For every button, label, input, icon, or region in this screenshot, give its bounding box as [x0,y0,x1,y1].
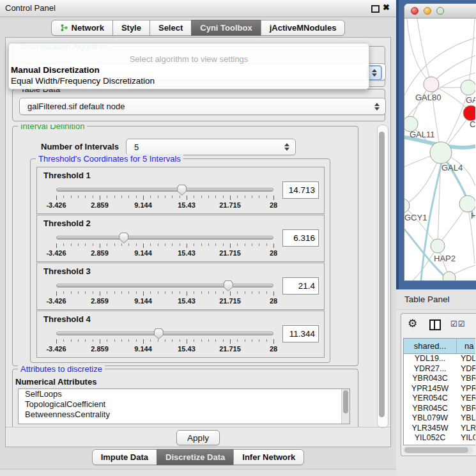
number-of-intervals-combobox[interactable]: 5 [126,139,296,155]
network-node-gal80[interactable] [424,77,439,92]
tab-cyni-toolbox[interactable]: Cyni Toolbox [191,20,261,36]
cell-name[interactable]: YBR0 [457,374,475,384]
attributes-list-scrollbar[interactable] [341,389,349,424]
table-row[interactable]: YBL079WYBL0 [404,413,475,424]
intervals-stepper[interactable] [284,143,289,151]
column-header-name[interactable]: na [457,339,475,353]
attribute-item-topologicalcoefficient[interactable]: TopologicalCoefficient [19,399,349,410]
table-row[interactable]: YPR145WYPR1 [404,384,475,394]
cell-shared-name[interactable]: YIL052C [404,433,457,443]
tick-label: 21.715 [219,297,241,305]
network-edge[interactable] [404,206,438,246]
network-node-gal4[interactable] [430,142,452,164]
threshold-value-field[interactable]: 6.316 [282,229,319,247]
tab-select[interactable]: Select [150,20,192,36]
network-node-ga[interactable] [461,80,475,95]
split-table-icon[interactable] [429,319,441,330]
cell-shared-name[interactable]: YBR045C [404,404,457,414]
tick-mark [107,339,107,342]
threshold-slider-3[interactable]: -3.4262.8599.14415.4321.71528 [56,280,273,305]
tick-mark [78,196,79,198]
table-data-value: galFiltered.sif default node [27,102,125,111]
close-traffic-light-icon[interactable] [411,7,418,15]
tick-mark [187,339,187,344]
threshold-slider-1[interactable]: -3.4262.8599.14415.4321.71528 [56,184,273,210]
table-horizontal-scrollbar[interactable] [403,447,473,454]
scrollbar-thumb[interactable] [379,132,385,417]
tab-infer-network[interactable]: Infer Network [233,449,304,465]
numerical-attributes-list[interactable]: SelfLoopsTopologicalCoefficientBetweenne… [18,388,350,424]
tab-jactivemnodules[interactable]: jActiveMNodules [261,20,346,36]
tab-style[interactable]: Style [112,20,150,36]
network-node[interactable] [443,272,456,280]
network-node-h[interactable] [459,196,475,212]
cell-shared-name[interactable]: YER054C [404,394,457,404]
algorithm-option-equal-width[interactable]: Equal Width/Frequency Discretization [11,76,155,86]
cell-shared-name[interactable]: YDR27... [404,364,457,374]
checkbox-columns-icon[interactable]: ☑☑ [450,319,466,328]
tick-mark [194,339,194,342]
threshold-slider-2[interactable]: -3.4262.8599.14415.4321.71528 [56,232,273,257]
table-row[interactable]: YBR043CYBR0 [404,374,475,384]
cell-shared-name[interactable]: YBR043C [404,374,457,384]
cell-shared-name[interactable]: YDL19... [404,354,457,364]
cell-name[interactable]: YER0 [457,394,475,404]
window-title: Control Panel [5,3,56,13]
network-edge[interactable] [407,19,431,84]
threshold-value-field[interactable]: 14.713 [282,181,319,199]
attribute-item-betweennesscentrality[interactable]: BetweennessCentrality [19,410,349,420]
node-table[interactable]: shared... na YDL19...YDL1YDR27...YDR2YBR… [403,338,475,445]
tick-label: 15.43 [178,249,196,257]
tick-mark [143,291,144,296]
table-row[interactable]: YIL052CYIL0 [404,433,475,443]
network-node-hap2[interactable] [431,239,445,253]
cell-shared-name[interactable]: YBL079W [404,413,457,424]
cell-name[interactable]: YBR0 [457,404,475,414]
tick-mark [143,243,144,248]
tab-impute-data[interactable]: Impute Data [92,449,157,465]
settings-vertical-scrollbar[interactable] [377,125,388,428]
threshold-slider-4[interactable]: -3.4262.8599.14415.4321.71528 [56,328,273,353]
table-data-combobox[interactable]: galFiltered.sif default node [19,98,386,115]
network-node-c[interactable] [463,105,475,121]
cell-shared-name[interactable]: YPR145W [404,384,457,394]
scrollbar-thumb[interactable] [343,390,348,413]
column-header-shared-name[interactable]: shared... [404,339,457,353]
cell-shared-name[interactable]: YLR345W [404,424,457,434]
tick-mark [259,291,259,294]
cell-name[interactable]: YBL0 [457,413,475,424]
threshold-value-field[interactable]: 11.344 [282,325,319,342]
cell-name[interactable]: YDR2 [457,364,475,374]
table-row[interactable]: YLR345WYLR3 [404,424,475,434]
cell-name[interactable]: YIL0 [457,433,475,443]
table-data-stepper[interactable] [374,103,380,111]
network-edge[interactable] [468,19,475,88]
algorithm-placeholder-option[interactable]: Select algorithm to view settings [9,54,369,64]
float-window-icon[interactable] [371,5,380,13]
tab-network[interactable]: Network [51,20,113,36]
cell-name[interactable]: YLR3 [457,424,475,434]
scrollbar-thumb[interactable] [404,447,468,453]
apply-button[interactable]: Apply [176,430,220,445]
table-row[interactable]: YBR045CYBR0 [404,404,475,414]
cell-name[interactable]: YPR1 [457,384,475,394]
algorithm-option-manual[interactable]: Manual Discretization [11,65,100,75]
tick-mark [128,243,129,246]
cell-name[interactable]: YDL1 [457,354,475,364]
gear-icon[interactable]: ⚙ [408,318,417,330]
table-row[interactable]: YDR27...YDR2 [404,364,475,374]
table-row[interactable]: YDL19...YDL1 [404,354,475,364]
network-canvas[interactable]: GAL80GACGAL11GAL4GCY1HHAP2 [404,19,475,280]
attribute-item-selfloops[interactable]: SelfLoops [19,389,349,399]
zoom-traffic-light-icon[interactable] [436,7,444,15]
attributes-group: Attributes to discretize Numerical Attri… [12,369,358,427]
table-row[interactable]: YER054CYER0 [404,394,475,404]
tick-mark [245,243,245,246]
tab-discretize-data[interactable]: Discretize Data [157,449,234,465]
threshold-value-field[interactable]: 21.4 [282,277,319,295]
network-edge[interactable] [417,19,431,84]
minimize-traffic-light-icon[interactable] [424,7,431,15]
tick-mark [114,243,115,246]
tick-label: -3.426 [46,249,66,257]
close-icon[interactable]: ✖ [383,3,390,12]
